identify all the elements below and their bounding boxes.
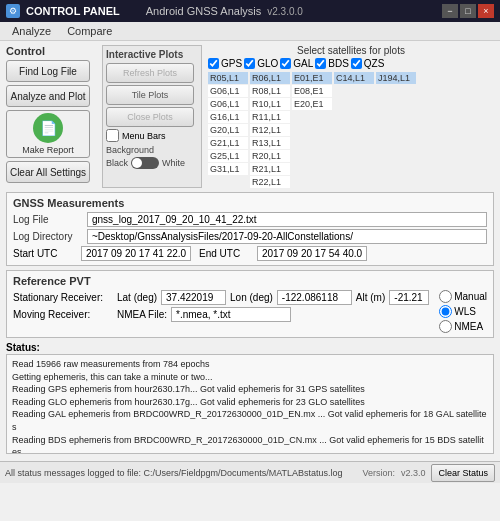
analyze-plot-button[interactable]: Analyze and Plot [6, 85, 90, 107]
sat-item[interactable]: R13,L1 [250, 137, 290, 149]
sat-item[interactable]: R12,L1 [250, 124, 290, 136]
close-button[interactable]: × [478, 4, 494, 18]
start-utc-input[interactable] [81, 246, 191, 261]
bottom-file-label: All status messages logged to file: C:/U… [5, 468, 356, 478]
sat-item[interactable]: C14,L1 [334, 72, 374, 84]
glo-checkbox[interactable] [244, 58, 255, 69]
sat-item[interactable]: G06,L1 [208, 98, 248, 110]
sat-col-gps: R05,L1G06,L1G06,L1G16,L1G20,L1G21,L1G25,… [208, 72, 248, 188]
background-label: Background [106, 145, 198, 155]
manual-label: Manual [454, 291, 487, 302]
bds-label: BDS [328, 58, 349, 69]
version-value: v2.3.0 [401, 468, 426, 478]
sat-col-qzs: J194,L1 [376, 72, 416, 188]
sat-item[interactable]: R22,L1 [250, 176, 290, 188]
gnss-title: GNSS Measurements [13, 197, 487, 209]
gps-checkbox[interactable] [208, 58, 219, 69]
interactive-plots-panel: Interactive Plots Refresh Plots Tile Plo… [102, 45, 202, 188]
sat-item[interactable]: J194,L1 [376, 72, 416, 84]
clear-status-button[interactable]: Clear Status [431, 464, 495, 482]
log-file-input[interactable] [87, 212, 487, 227]
version-badge: v2.3.0.0 [267, 6, 303, 17]
nmea-radio-label: NMEA [454, 321, 483, 332]
nmea-file-input[interactable] [171, 307, 291, 322]
sat-col-gal: E01,E1E08,E1E20,E1 [292, 72, 332, 188]
status-section: Read 15966 raw measurements from 784 epo… [6, 354, 494, 454]
title-bar: ⚙ CONTROL PANEL Android GNSS Analysis v2… [0, 0, 500, 22]
app-icon: ⚙ [6, 4, 20, 18]
log-dir-label: Log Directory [13, 231, 83, 242]
interactive-plots-title: Interactive Plots [106, 49, 198, 60]
menu-analyze[interactable]: Analyze [4, 23, 59, 39]
start-utc-label: Start UTC [13, 248, 73, 259]
end-utc-label: End UTC [199, 248, 249, 259]
lat-label: Lat (deg) [117, 292, 157, 303]
sat-item[interactable]: G06,L1 [208, 85, 248, 97]
bg-toggle[interactable] [131, 157, 159, 169]
wls-label: WLS [454, 306, 476, 317]
satellite-title: Select satellites for plots [208, 45, 494, 56]
sat-item[interactable]: E20,E1 [292, 98, 332, 110]
log-dir-input[interactable] [87, 229, 487, 244]
find-log-button[interactable]: Find Log File [6, 60, 90, 82]
sat-item[interactable]: R06,L1 [250, 72, 290, 84]
sat-item[interactable]: R11,L1 [250, 111, 290, 123]
bds-checkbox[interactable] [315, 58, 326, 69]
sat-col-bds: C14,L1 [334, 72, 374, 188]
make-report-button[interactable]: 📄 Make Report [6, 110, 90, 158]
status-title-row: Status: [6, 342, 494, 353]
sat-item[interactable]: R10,L1 [250, 98, 290, 110]
log-file-path: C:/Users/Fieldpgm/Documents/MATLABstatus… [144, 468, 343, 478]
gps-label: GPS [221, 58, 242, 69]
pvt-radio-group: Manual WLS NMEA [439, 290, 487, 333]
bottom-bar: All status messages logged to file: C:/U… [0, 461, 500, 483]
white-label: White [162, 158, 185, 168]
stat-recv-label: Stationary Receiver: [13, 292, 113, 303]
menu-bars-checkbox[interactable] [106, 129, 119, 142]
version-label: Version: [362, 468, 395, 478]
sat-item[interactable]: E01,E1 [292, 72, 332, 84]
sat-item[interactable]: R21,L1 [250, 163, 290, 175]
menu-compare[interactable]: Compare [59, 23, 120, 39]
sat-item[interactable]: G20,L1 [208, 124, 248, 136]
clear-all-button[interactable]: Clear All Settings [6, 161, 90, 183]
sat-item[interactable]: R20,L1 [250, 150, 290, 162]
manual-radio[interactable] [439, 290, 452, 303]
app-title: CONTROL PANEL [26, 5, 120, 17]
make-report-label: Make Report [22, 145, 74, 155]
wls-radio[interactable] [439, 305, 452, 318]
gal-checkbox[interactable] [280, 58, 291, 69]
gnss-measurements-section: GNSS Measurements Log File Log Directory… [6, 192, 494, 266]
tile-plots-button[interactable]: Tile Plots [106, 85, 194, 105]
end-utc-input[interactable] [257, 246, 367, 261]
satellite-section: Select satellites for plots GPS GLO GAL … [208, 45, 494, 188]
sat-col-glo: R06,L1R08,L1R10,L1R11,L1R12,L1R13,L1R20,… [250, 72, 290, 188]
restore-button[interactable]: □ [460, 4, 476, 18]
qzs-label: QZS [364, 58, 385, 69]
gal-label: GAL [293, 58, 313, 69]
make-report-icon: 📄 [33, 113, 63, 143]
sat-item[interactable]: G25,L1 [208, 150, 248, 162]
qzs-checkbox[interactable] [351, 58, 362, 69]
close-plots-button[interactable]: Close Plots [106, 107, 194, 127]
nmea-radio[interactable] [439, 320, 452, 333]
lat-input[interactable] [161, 290, 226, 305]
sat-item[interactable]: G31,L1 [208, 163, 248, 175]
minimize-button[interactable]: − [442, 4, 458, 18]
moving-recv-label: Moving Receiver: [13, 309, 113, 320]
sat-item[interactable]: G16,L1 [208, 111, 248, 123]
sat-item[interactable]: E08,E1 [292, 85, 332, 97]
sat-item[interactable]: G21,L1 [208, 137, 248, 149]
menu-bar: Analyze Compare [0, 22, 500, 41]
alt-input[interactable] [389, 290, 429, 305]
sat-item[interactable]: R08,L1 [250, 85, 290, 97]
status-text: Read 15966 raw measurements from 784 epo… [12, 358, 488, 454]
window-title: Android GNSS Analysis [146, 5, 262, 17]
reference-pvt-section: Reference PVT Stationary Receiver: Lat (… [6, 270, 494, 338]
refresh-plots-button[interactable]: Refresh Plots [106, 63, 194, 83]
sat-item[interactable]: R05,L1 [208, 72, 248, 84]
lon-input[interactable] [277, 290, 352, 305]
black-label: Black [106, 158, 128, 168]
ref-pvt-title: Reference PVT [13, 275, 487, 287]
alt-label: Alt (m) [356, 292, 385, 303]
